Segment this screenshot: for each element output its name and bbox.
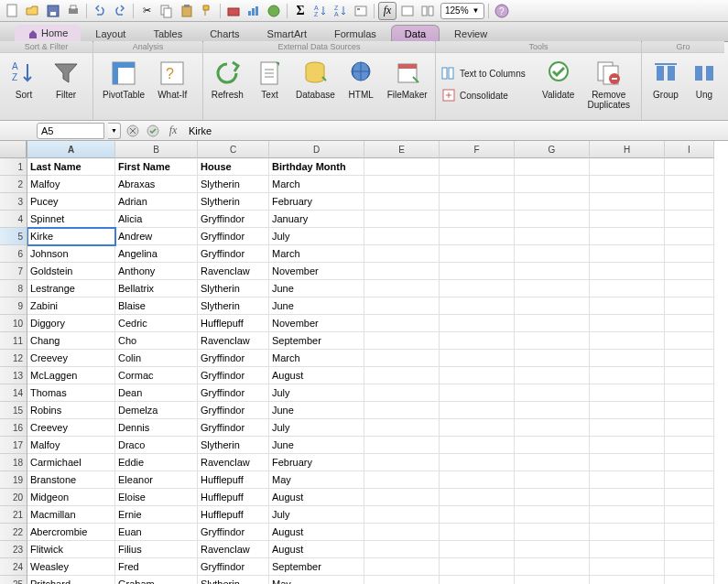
cell[interactable] — [515, 402, 590, 419]
cell[interactable] — [515, 158, 590, 176]
cell[interactable] — [364, 228, 440, 245]
formula-input[interactable] — [185, 123, 724, 139]
cell[interactable]: Birthday Month — [269, 158, 364, 176]
cell[interactable]: Thomas — [27, 384, 115, 402]
cell[interactable]: Bellatrix — [115, 280, 198, 297]
pivottable-button[interactable]: PivotTable — [99, 57, 148, 102]
cell[interactable] — [364, 367, 440, 384]
paste-icon[interactable] — [178, 2, 196, 20]
tab-data[interactable]: Data — [391, 25, 440, 42]
sort-desc-icon[interactable]: ZA — [331, 2, 350, 20]
col-header-H[interactable]: H — [590, 141, 665, 158]
cell[interactable]: May — [269, 576, 364, 584]
cell[interactable]: Slytherin — [198, 193, 269, 211]
cell[interactable] — [515, 541, 590, 558]
cell[interactable]: June — [269, 280, 364, 297]
cell[interactable] — [440, 454, 515, 471]
cell[interactable] — [590, 419, 665, 437]
cell[interactable]: Hufflepuff — [198, 489, 269, 506]
cell[interactable]: Eleanor — [115, 471, 198, 489]
cell[interactable]: Cedric — [115, 315, 198, 332]
cell[interactable]: Ravenclaw — [198, 263, 269, 280]
cell[interactable]: Alicia — [115, 211, 198, 228]
cell[interactable]: June — [269, 297, 364, 315]
cell[interactable] — [590, 263, 665, 280]
cell[interactable] — [364, 506, 440, 524]
ungroup-button[interactable]: Ung — [690, 57, 719, 102]
cell[interactable] — [665, 437, 714, 454]
cell[interactable] — [440, 558, 515, 576]
cell[interactable] — [665, 576, 714, 584]
cell[interactable] — [440, 576, 515, 584]
cell[interactable]: Midgeon — [27, 489, 115, 506]
cell[interactable] — [590, 211, 665, 228]
cell[interactable] — [515, 419, 590, 437]
cell[interactable]: Carmichael — [27, 454, 115, 471]
validate-button[interactable]: Validate — [538, 57, 578, 102]
tab-home[interactable]: Home — [15, 25, 81, 42]
cell[interactable] — [364, 471, 440, 489]
text-button[interactable]: Text — [252, 57, 288, 102]
cell[interactable]: Adrian — [115, 193, 198, 211]
cell[interactable] — [590, 524, 665, 541]
row-header[interactable]: 2 — [0, 176, 27, 193]
cell[interactable] — [364, 263, 440, 280]
cell[interactable] — [440, 367, 515, 384]
cell[interactable] — [665, 419, 714, 437]
cell[interactable] — [665, 297, 714, 315]
html-button[interactable]: HTML — [342, 57, 379, 102]
cell[interactable] — [364, 297, 440, 315]
cell[interactable]: August — [269, 367, 364, 384]
cell[interactable]: Abraxas — [115, 176, 198, 193]
new-icon[interactable] — [4, 2, 22, 20]
cell[interactable] — [665, 384, 714, 402]
cell[interactable]: March — [269, 350, 364, 367]
cell[interactable]: Gryffindor — [198, 558, 269, 576]
row-header[interactable]: 19 — [0, 471, 27, 489]
row-header[interactable]: 7 — [0, 263, 27, 280]
cut-icon[interactable]: ✂ — [137, 2, 156, 20]
cell[interactable] — [590, 471, 665, 489]
format-painter-icon[interactable] — [198, 2, 216, 20]
cell[interactable] — [515, 211, 590, 228]
cell[interactable] — [364, 419, 440, 437]
cell[interactable]: Slytherin — [198, 176, 269, 193]
whatif-button[interactable]: ? What-If — [154, 57, 190, 102]
cell[interactable] — [590, 193, 665, 211]
cell[interactable] — [665, 228, 714, 245]
cell[interactable]: Euan — [115, 524, 198, 541]
cell[interactable] — [665, 471, 714, 489]
cell[interactable] — [590, 489, 665, 506]
cell[interactable] — [364, 524, 440, 541]
refresh-button[interactable]: Refresh — [209, 57, 246, 102]
cell[interactable]: June — [269, 437, 364, 454]
row-header[interactable]: 9 — [0, 297, 27, 315]
cell[interactable] — [364, 280, 440, 297]
cell[interactable]: Slytherin — [198, 576, 269, 584]
cell[interactable]: September — [269, 558, 364, 576]
col-header-E[interactable]: E — [364, 141, 440, 158]
toolbox-icon[interactable] — [224, 2, 243, 20]
name-box[interactable]: A5 — [37, 123, 104, 139]
cell[interactable] — [665, 489, 714, 506]
cell[interactable]: Flitwick — [27, 541, 115, 558]
cell[interactable]: Hufflepuff — [198, 471, 269, 489]
row-header[interactable]: 3 — [0, 193, 27, 211]
name-box-dropdown[interactable]: ▼ — [108, 123, 121, 139]
copy-icon[interactable] — [158, 2, 176, 20]
cell[interactable] — [440, 176, 515, 193]
cell[interactable]: Macmillan — [27, 506, 115, 524]
tab-smartart[interactable]: SmartArt — [255, 26, 320, 42]
cell[interactable]: July — [269, 384, 364, 402]
col-header-F[interactable]: F — [440, 141, 515, 158]
fx-button[interactable]: fx — [165, 123, 181, 139]
cell[interactable]: November — [269, 315, 364, 332]
cell[interactable] — [440, 384, 515, 402]
cell[interactable] — [515, 576, 590, 584]
cell[interactable] — [590, 315, 665, 332]
cell[interactable]: Draco — [115, 437, 198, 454]
cell[interactable] — [440, 211, 515, 228]
cell[interactable]: Gryffindor — [198, 384, 269, 402]
row-header[interactable]: 1 — [0, 158, 27, 176]
cell[interactable] — [665, 193, 714, 211]
